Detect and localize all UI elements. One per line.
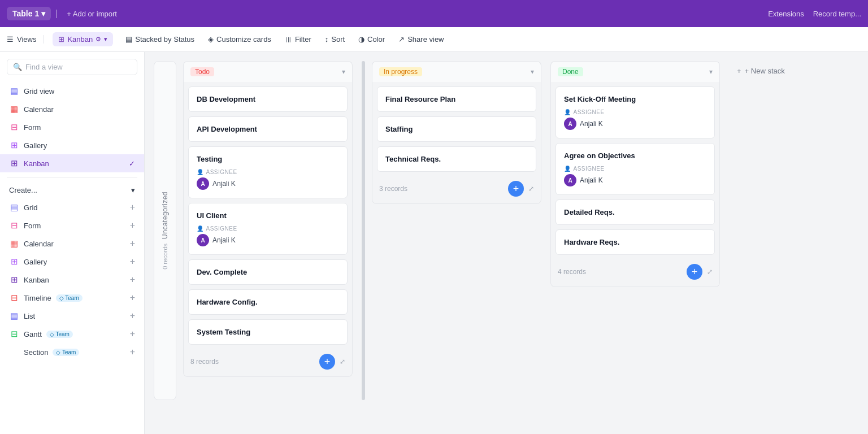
sidebar-item-form[interactable]: ⊟ Form	[0, 118, 144, 136]
create-calendar-plus[interactable]: +	[130, 238, 135, 249]
create-form[interactable]: ⊟ Form +	[0, 216, 144, 235]
card-detailed-reqs[interactable]: Detailed Reqs.	[555, 199, 715, 225]
create-caret-icon: ▾	[131, 186, 135, 194]
create-grid[interactable]: ▤ Grid +	[0, 198, 144, 216]
create-grid-icon: ▤	[9, 202, 19, 212]
testing-assignee-label: 👤 ASSIGNEE	[197, 169, 339, 175]
create-list-icon: ▤	[9, 311, 19, 321]
create-timeline[interactable]: ⊟ Timeline ◇ Team +	[0, 289, 144, 307]
sidebar-divider	[7, 177, 137, 177]
create-gantt-plus[interactable]: +	[130, 329, 135, 339]
done-body: Set Kick-Off Meeting 👤 ASSIGNEE A Anjali…	[550, 82, 720, 287]
card-api-development[interactable]: API Development	[188, 116, 348, 142]
sort-icon: ↕	[325, 35, 329, 44]
create-form-plus[interactable]: +	[130, 220, 135, 231]
extensions-button[interactable]: Extensions	[768, 10, 804, 18]
filter-btn[interactable]: ⫼ Filter	[279, 32, 317, 46]
create-gantt-icon: ⊟	[9, 329, 19, 339]
todo-footer: 8 records + ⤢	[188, 349, 348, 372]
stacked-icon: ▤	[125, 35, 132, 44]
kickoff-avatar: A	[564, 118, 576, 130]
card-hardware-reqs[interactable]: Hardware Reqs.	[555, 229, 715, 255]
kanban-board: Uncategorized 0 records Todo ▾ DB Develo…	[145, 52, 868, 434]
todo-caret[interactable]: ▾	[342, 68, 345, 76]
create-calendar-icon: ▦	[9, 238, 19, 249]
gallery-icon: ⊞	[9, 140, 19, 150]
testing-avatar: A	[197, 177, 209, 190]
active-check: ✓	[129, 159, 135, 168]
sidebar-item-grid-view[interactable]: ▤ Grid view	[0, 82, 144, 100]
stacked-by-btn[interactable]: ▤ Stacked by Status	[120, 32, 200, 46]
card-objectives[interactable]: Agree on Objectives 👤 ASSIGNEE A Anjali …	[555, 143, 715, 195]
color-icon: ◑	[358, 35, 364, 44]
grid-view-icon: ▤	[9, 86, 19, 96]
create-grid-plus[interactable]: +	[130, 202, 135, 212]
create-calendar[interactable]: ▦ Calendar +	[0, 235, 144, 253]
timeline-team-badge: ◇ Team	[56, 294, 83, 302]
inprogress-add-btn[interactable]: +	[508, 181, 524, 197]
inprogress-title: In progress	[379, 67, 422, 76]
share-view-btn[interactable]: ↗ Share view	[393, 32, 449, 46]
card-system-testing[interactable]: System Testing	[188, 319, 348, 345]
kickoff-assignee-row: A Anjali K	[564, 118, 706, 130]
create-section[interactable]: Create... ▾	[0, 182, 144, 198]
todo-header: Todo ▾	[183, 61, 353, 82]
ui-client-avatar: A	[197, 234, 209, 246]
section-team-badge: ◇ Team	[53, 349, 79, 356]
table-selector[interactable]: Table 1 ▾	[7, 7, 51, 20]
todo-expand-icon[interactable]: ⤢	[340, 358, 345, 366]
create-list-plus[interactable]: +	[130, 311, 135, 321]
views-toggle[interactable]: ☰ Views	[7, 35, 44, 44]
create-kanban-plus[interactable]: +	[130, 275, 135, 285]
form-icon: ⊟	[9, 122, 19, 132]
kanban-view-btn[interactable]: ⊞ Kanban ⚙ ▾	[53, 32, 113, 46]
color-btn[interactable]: ◑ Color	[353, 32, 390, 46]
card-hardware-config[interactable]: Hardware Config.	[188, 289, 348, 315]
card-ui-client[interactable]: UI Client 👤 ASSIGNEE A Anjali K	[188, 203, 348, 255]
card-db-development[interactable]: DB Development	[188, 86, 348, 112]
card-final-resource-plan[interactable]: Final Resource Plan	[377, 86, 536, 112]
add-or-import-button[interactable]: + Add or import	[62, 7, 121, 20]
create-gantt[interactable]: ⊟ Gantt ◇ Team +	[0, 325, 144, 343]
customize-cards-btn[interactable]: ◈ Customize cards	[202, 32, 277, 46]
create-timeline-plus[interactable]: +	[130, 293, 135, 303]
create-list[interactable]: ▤ List +	[0, 307, 144, 325]
assignee-person-icon4: 👤	[564, 166, 571, 172]
create-section-plus[interactable]: +	[130, 347, 135, 357]
card-dev-complete[interactable]: Dev. Complete	[188, 259, 348, 285]
create-kanban[interactable]: ⊞ Kanban +	[0, 271, 144, 289]
done-caret[interactable]: ▾	[709, 68, 713, 76]
record-template-button[interactable]: Record temp...	[813, 10, 861, 18]
find-view-search[interactable]: 🔍 Find a view	[7, 59, 137, 75]
inprogress-expand-icon[interactable]: ⤢	[528, 185, 534, 193]
kickoff-assignee-label: 👤 ASSIGNEE	[564, 109, 706, 115]
kanban-sidebar-icon: ⊞	[9, 158, 19, 168]
sort-btn[interactable]: ↕ Sort	[319, 32, 350, 46]
card-testing[interactable]: Testing 👤 ASSIGNEE A Anjali K	[188, 146, 348, 198]
card-kickoff[interactable]: Set Kick-Off Meeting 👤 ASSIGNEE A Anjali…	[555, 86, 715, 138]
customize-icon: ◈	[208, 35, 214, 44]
hamburger-icon: ☰	[7, 35, 14, 44]
todo-add-btn[interactable]: +	[319, 354, 335, 370]
create-gallery[interactable]: ⊞ Gallery +	[0, 253, 144, 271]
sidebar-item-calendar[interactable]: ▦ Calendar	[0, 100, 144, 118]
done-add-btn[interactable]: +	[687, 264, 702, 280]
kanban-settings-icon: ⚙	[96, 36, 101, 43]
create-form-icon: ⊟	[9, 220, 19, 231]
create-section[interactable]: Section ◇ Team +	[0, 343, 144, 361]
sidebar-item-gallery[interactable]: ⊞ Gallery	[0, 136, 144, 154]
done-footer: 4 records + ⤢	[555, 259, 715, 282]
uncategorized-label: Uncategorized	[161, 192, 169, 239]
sidebar-item-kanban[interactable]: ⊞ Kanban ✓	[0, 154, 144, 172]
card-staffing[interactable]: Staffing	[377, 116, 536, 142]
inprogress-caret[interactable]: ▾	[531, 68, 534, 76]
card-technical-reqs[interactable]: Technical Reqs.	[377, 146, 536, 172]
create-timeline-icon: ⊟	[9, 293, 19, 303]
done-expand-icon[interactable]: ⤢	[707, 268, 713, 276]
create-gallery-plus[interactable]: +	[130, 257, 135, 267]
inprogress-stack: In progress ▾ Final Resource Plan Staffi…	[372, 61, 541, 204]
new-stack-button[interactable]: + + New stack	[729, 61, 793, 81]
top-bar-right: Extensions Record temp...	[768, 10, 861, 18]
new-stack-plus-icon: +	[737, 67, 741, 75]
objectives-assignee-row: A Anjali K	[564, 174, 706, 186]
